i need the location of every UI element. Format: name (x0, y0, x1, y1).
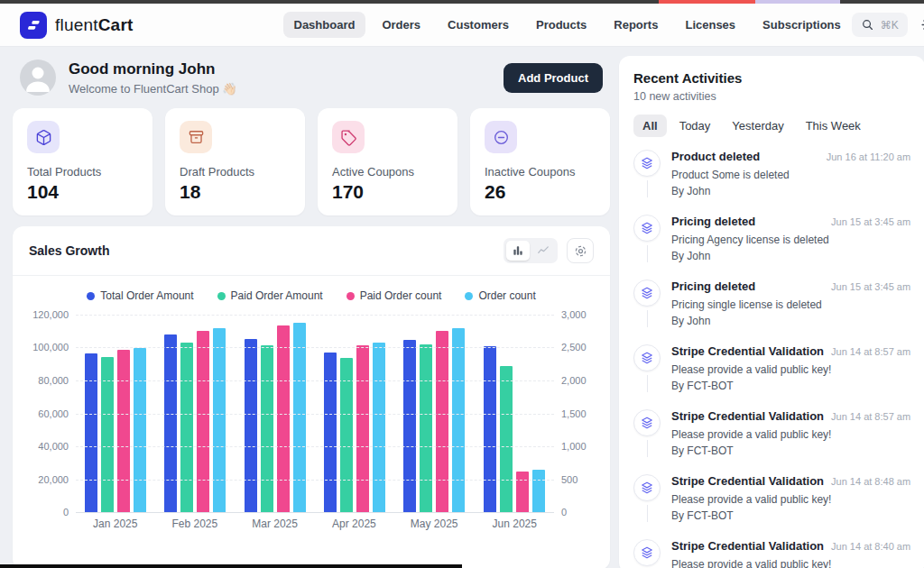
activity-content: Pricing deletedJun 15 at 3:45 amPricing … (671, 215, 910, 262)
nav-item-products[interactable]: Products (525, 12, 597, 38)
stats-row: Total Products104Draft Products18Active … (13, 108, 610, 215)
activity-item[interactable]: Stripe Credential ValidationJun 14 at 8:… (633, 344, 910, 409)
activity-item[interactable]: Pricing deletedJun 15 at 3:45 amPricing … (633, 215, 910, 279)
bar-order-count[interactable] (134, 348, 146, 512)
stat-card-total-products[interactable]: Total Products104 (13, 108, 152, 215)
legend-dot (465, 292, 473, 300)
legend-item-order-count[interactable]: Order count (465, 289, 535, 302)
search-button[interactable]: ⌘K (852, 13, 908, 37)
bar-paid-order-amount[interactable] (261, 345, 273, 512)
bar-paid-order-count[interactable] (356, 345, 369, 512)
bar-order-count[interactable] (293, 323, 306, 512)
activity-item[interactable]: Stripe Credential ValidationJun 14 at 8:… (633, 409, 910, 474)
layers-icon (633, 539, 661, 566)
y-axis-left-tick: 60,000 (38, 408, 69, 419)
nav-item-orders[interactable]: Orders (371, 12, 431, 38)
dashboard-column: Good morning John Welcome to FluentCart … (13, 56, 610, 568)
y-axis-left-tick: 0 (63, 507, 69, 518)
avatar[interactable] (20, 60, 56, 96)
y-axis-left-tick: 80,000 (38, 375, 69, 386)
nav-item-customers[interactable]: Customers (437, 12, 520, 38)
x-label-mar-2025: Mar 2025 (252, 518, 298, 530)
bar-total-order-amount[interactable] (324, 353, 337, 512)
bar-paid-order-count[interactable] (516, 472, 529, 512)
activity-description: Please provide a valid public key! (671, 493, 910, 506)
greeting-text: Good morning John Welcome to FluentCart … (69, 60, 237, 96)
y-axis-left-tick: 120,000 (32, 309, 69, 320)
activity-row: Stripe Credential ValidationJun 14 at 8:… (671, 474, 910, 488)
legend-item-paid-order-amount[interactable]: Paid Order Amount (217, 289, 323, 302)
bar-paid-order-count[interactable] (197, 331, 209, 512)
bar-paid-order-count[interactable] (277, 325, 290, 512)
bar-total-order-amount[interactable] (484, 346, 496, 512)
legend-label: Order count (478, 289, 535, 302)
activity-title: Stripe Credential Validation (671, 474, 824, 488)
activities-tab-today[interactable]: Today (670, 115, 720, 137)
top-strip-segment-0 (659, 0, 755, 4)
main-content: Good morning John Welcome to FluentCart … (0, 47, 924, 568)
nav-item-dashboard[interactable]: Dashboard (283, 12, 366, 38)
y-axis-left: 120,000100,00080,00060,00040,00020,0000 (22, 315, 76, 512)
nav-item-subscriptions[interactable]: Subscriptions (752, 12, 852, 38)
bar-order-count[interactable] (213, 328, 226, 512)
bar-paid-order-count[interactable] (436, 331, 448, 512)
bar-paid-order-count[interactable] (117, 350, 130, 512)
activity-author: By FCT-BOT (671, 509, 910, 522)
stat-card-inactive-coupons[interactable]: Inactive Coupons26 (470, 108, 610, 215)
bar-order-count[interactable] (373, 343, 385, 512)
bar-paid-order-amount[interactable] (180, 343, 193, 512)
theme-toggle[interactable] (920, 17, 924, 32)
bar-total-order-amount[interactable] (85, 353, 97, 512)
gridline (76, 414, 554, 415)
activity-timestamp: Jun 16 at 11:20 am (827, 151, 910, 162)
activities-list: Product deletedJun 16 at 11:20 amProduct… (633, 150, 910, 568)
activity-icon-wrap (633, 474, 661, 522)
gridline (76, 480, 554, 481)
activity-timestamp: Jun 15 at 3:45 am (831, 216, 910, 227)
add-product-button[interactable]: Add Product (504, 63, 603, 93)
stat-value: 104 (27, 181, 138, 203)
activity-content: Product deletedJun 16 at 11:20 amProduct… (671, 150, 910, 197)
bar-order-count[interactable] (532, 470, 545, 512)
nav-item-reports[interactable]: Reports (603, 12, 669, 38)
activity-item[interactable]: Stripe Credential ValidationJun 14 at 8:… (633, 539, 910, 568)
legend-item-total-order-amount[interactable]: Total Order Amount (87, 289, 193, 302)
archive-icon (180, 121, 212, 153)
y-axis-right-tick: 500 (561, 474, 578, 485)
activity-icon-wrap (633, 539, 661, 568)
activities-tab-yesterday[interactable]: Yesterday (723, 115, 792, 137)
stat-label: Total Products (27, 165, 138, 179)
line-chart-view-button[interactable] (531, 241, 555, 261)
gridline (76, 347, 554, 348)
stat-card-draft-products[interactable]: Draft Products18 (165, 108, 305, 215)
stat-label: Draft Products (180, 165, 291, 179)
bar-chart-view-button[interactable] (506, 241, 530, 261)
refresh-chart-button[interactable] (567, 238, 594, 263)
legend-dot (87, 292, 95, 300)
activity-item[interactable]: Stripe Credential ValidationJun 14 at 8:… (633, 474, 910, 539)
legend-item-paid-order-count[interactable]: Paid Order count (346, 289, 442, 302)
bar-paid-order-amount[interactable] (500, 366, 513, 512)
bar-paid-order-amount[interactable] (420, 344, 432, 512)
activities-tab-this-week[interactable]: This Week (797, 115, 870, 137)
bar-order-count[interactable] (452, 328, 465, 512)
activity-item[interactable]: Pricing deletedJun 15 at 3:45 amPricing … (633, 279, 910, 344)
bar-total-order-amount[interactable] (245, 339, 257, 512)
y-axis-right-tick: 1,000 (561, 441, 587, 452)
activity-description: Pricing Agency license is deleted (671, 234, 910, 246)
bar-total-order-amount[interactable] (403, 340, 416, 512)
activity-item[interactable]: Product deletedJun 16 at 11:20 amProduct… (633, 150, 910, 215)
y-axis-left-tick: 100,000 (32, 342, 69, 353)
stat-card-active-coupons[interactable]: Active Coupons170 (318, 108, 457, 215)
x-label-jun-2025: Jun 2025 (493, 518, 537, 530)
nav-item-licenses[interactable]: Licenses (674, 12, 746, 38)
brand-logo[interactable]: fluentCart (20, 12, 134, 39)
bar-total-order-amount[interactable] (164, 334, 177, 512)
chart-type-switch (504, 238, 558, 263)
activity-title: Stripe Credential Validation (671, 344, 824, 358)
greeting-row: Good morning John Welcome to FluentCart … (13, 56, 610, 96)
activities-tab-all[interactable]: All (633, 115, 667, 137)
layers-icon (633, 344, 661, 371)
greeting-subtitle: Welcome to FluentCart Shop 👋🏻 (69, 82, 237, 96)
timeline-connector (647, 505, 648, 522)
